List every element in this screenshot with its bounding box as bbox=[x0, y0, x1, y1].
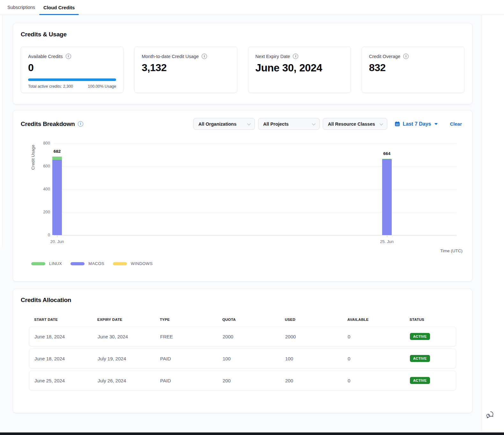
bar-total-label: 682 bbox=[48, 149, 67, 154]
total-active-credits: Total active credits: 2,300 bbox=[28, 84, 73, 89]
credits-allocation-table: START DATE EXPIRY DATE TYPE QUOTA USED A… bbox=[29, 318, 456, 390]
info-icon[interactable] bbox=[403, 54, 409, 59]
legend-label: LINUX bbox=[49, 261, 62, 266]
credits-usage-title: Credits & Usage bbox=[21, 31, 464, 38]
column-header-used: USED bbox=[285, 318, 347, 321]
info-icon[interactable] bbox=[66, 54, 71, 59]
date-range-value: Last 7 Days bbox=[403, 121, 431, 127]
column-header-expiry-date: EXPIRY DATE bbox=[97, 318, 160, 321]
legend-item-macos[interactable]: MACOS bbox=[70, 261, 104, 266]
metric-card-available-credits: Available Credits 0 Total active credits… bbox=[21, 47, 123, 93]
gridline bbox=[54, 143, 456, 144]
metric-label: Credit Overage bbox=[369, 54, 400, 59]
y-tick-label: 600 bbox=[36, 164, 50, 168]
metric-card-mtd-usage: Month-to-date Credit Usage 3,132 bbox=[134, 47, 237, 93]
calendar-icon bbox=[395, 121, 400, 127]
next-expiry-value: June 30, 2024 bbox=[256, 62, 344, 74]
x-tick-label: 20. Jun bbox=[48, 239, 67, 244]
chevron-down-icon bbox=[247, 122, 251, 125]
organizations-dropdown[interactable]: All Organizations bbox=[193, 118, 255, 130]
credits-progress-bar bbox=[28, 78, 116, 81]
resource-classes-dropdown[interactable]: All Resource Classes bbox=[323, 118, 387, 130]
cell-type: PAID bbox=[160, 356, 223, 361]
x-tick-mark bbox=[387, 235, 387, 237]
projects-dropdown[interactable]: All Projects bbox=[258, 118, 320, 130]
info-icon[interactable] bbox=[293, 54, 298, 59]
cell-quota: 100 bbox=[223, 356, 285, 361]
cell-start-date: June 18, 2024 bbox=[34, 356, 98, 361]
cell-type: FREE bbox=[160, 334, 223, 339]
status-badge: ACTIVE bbox=[410, 333, 430, 340]
x-tick-mark bbox=[57, 235, 57, 237]
cell-start-date: June 25, 2024 bbox=[34, 378, 98, 383]
credits-usage-card: Credits & Usage Available Credits 0 Tota… bbox=[13, 23, 472, 104]
gridline bbox=[54, 189, 456, 189]
right-panel-strip bbox=[482, 15, 504, 432]
bottom-edge-bar bbox=[0, 432, 504, 435]
chevron-down-icon bbox=[312, 122, 315, 125]
y-tick-label: 200 bbox=[36, 210, 50, 214]
cell-start-date: June 18, 2024 bbox=[34, 334, 98, 339]
cell-available: 0 bbox=[348, 334, 410, 339]
credits-breakdown-card: Credits Breakdown All Organizations All … bbox=[13, 110, 472, 282]
credits-allocation-card: Credits Allocation START DATE EXPIRY DAT… bbox=[13, 289, 472, 413]
legend-label: WINDOWS bbox=[131, 261, 153, 266]
date-range-picker[interactable]: Last 7 Days bbox=[395, 121, 438, 127]
table-row: June 25, 2024 July 26, 2024 PAID 200 200… bbox=[29, 371, 456, 390]
chart-bar[interactable] bbox=[382, 159, 392, 235]
chevron-down-icon bbox=[379, 122, 383, 125]
info-icon[interactable] bbox=[202, 54, 207, 59]
metric-card-next-expiry: Next Expiry Date June 30, 2024 bbox=[248, 47, 351, 93]
metric-label: Month-to-date Credit Usage bbox=[142, 54, 199, 59]
chat-bubbles-icon bbox=[485, 410, 495, 419]
tab-cloud-credits[interactable]: Cloud Credits bbox=[39, 0, 79, 15]
credit-overage-value: 832 bbox=[369, 62, 457, 74]
y-tick-label: 800 bbox=[36, 141, 50, 145]
credits-progress-fill bbox=[28, 78, 116, 81]
x-tick-label: 25. Jun bbox=[377, 239, 397, 244]
status-badge: ACTIVE bbox=[410, 377, 430, 384]
tab-bar: Subscriptions Cloud Credits bbox=[0, 0, 504, 15]
metric-label: Next Expiry Date bbox=[256, 54, 290, 59]
mtd-usage-value: 3,132 bbox=[142, 62, 230, 74]
y-tick-label: 400 bbox=[36, 187, 50, 191]
cell-quota: 200 bbox=[223, 378, 285, 383]
usage-percent: 100.00% Usage bbox=[88, 84, 116, 89]
cell-expiry-date: July 19, 2024 bbox=[98, 356, 160, 361]
available-credits-value: 0 bbox=[28, 62, 116, 74]
gridline bbox=[54, 166, 456, 166]
column-header-status: STATUS bbox=[410, 318, 456, 321]
metric-card-credit-overage: Credit Overage 832 bbox=[362, 47, 464, 93]
projects-dropdown-value: All Projects bbox=[263, 122, 289, 127]
column-header-quota: QUOTA bbox=[222, 318, 285, 321]
gridline bbox=[54, 212, 456, 212]
table-header-row: START DATE EXPIRY DATE TYPE QUOTA USED A… bbox=[29, 318, 456, 321]
resource-classes-dropdown-value: All Resource Classes bbox=[328, 122, 375, 127]
linux-swatch-icon bbox=[31, 262, 45, 265]
macos-swatch-icon bbox=[70, 262, 85, 265]
chart-legend: LINUX MACOS WINDOWS bbox=[31, 261, 464, 266]
column-header-type: TYPE bbox=[160, 318, 222, 321]
cell-expiry-date: June 30, 2024 bbox=[98, 334, 160, 339]
chart-y-axis-label: Credit Usage bbox=[31, 125, 37, 189]
metric-label: Available Credits bbox=[28, 54, 63, 59]
left-scroll-gutter bbox=[0, 15, 3, 247]
x-axis-line bbox=[54, 235, 456, 235]
table-row: June 18, 2024 June 30, 2024 FREE 2000 20… bbox=[29, 327, 456, 346]
info-icon[interactable] bbox=[78, 121, 83, 127]
chart-bar[interactable] bbox=[52, 157, 62, 235]
legend-item-linux[interactable]: LINUX bbox=[31, 261, 62, 266]
column-header-available: AVAILABLE bbox=[347, 318, 410, 321]
cell-quota: 2000 bbox=[223, 334, 285, 339]
tab-subscriptions[interactable]: Subscriptions bbox=[3, 0, 39, 15]
support-chat-button[interactable] bbox=[485, 409, 495, 420]
clear-filters-button[interactable]: Clear bbox=[450, 121, 462, 127]
table-row: June 18, 2024 July 19, 2024 PAID 100 100… bbox=[29, 349, 456, 368]
status-badge: ACTIVE bbox=[410, 355, 430, 362]
y-tick-label: 0 bbox=[36, 232, 50, 237]
chart-plot: Credit Usage 020040060080068220. Jun6642… bbox=[54, 143, 456, 235]
bar-total-label: 664 bbox=[377, 151, 397, 156]
cell-expiry-date: July 26, 2024 bbox=[98, 378, 160, 383]
column-header-start-date: START DATE bbox=[34, 318, 97, 321]
legend-item-windows[interactable]: WINDOWS bbox=[113, 261, 153, 266]
